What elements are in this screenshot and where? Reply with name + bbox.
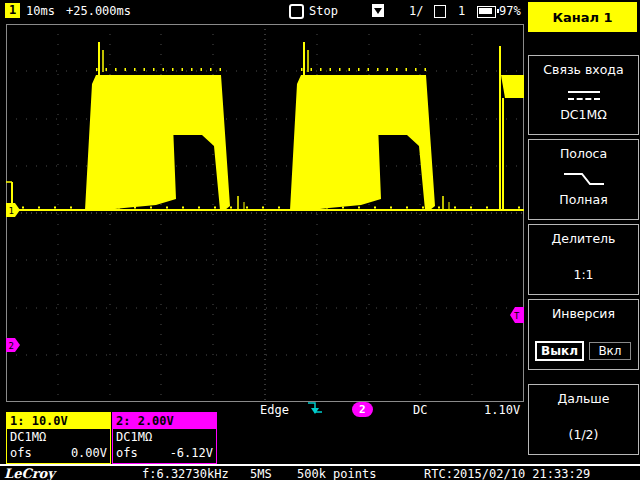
ch2-offset-value: -6.12V [170,445,213,461]
ch1-coupling: DC1MΩ [7,429,110,445]
next-page-value: (1/2) [529,427,638,442]
segment-icon [434,5,446,18]
graticule-axes [6,24,524,402]
ch1-offset-label: ofs [10,445,32,461]
trigger-level: 1.10V [484,403,520,417]
coupling-label: Связь входа [529,62,638,77]
ch2-descriptor[interactable]: 2: 2.00V DC1MΩ ofs -6.12V [112,412,217,464]
menu-item-coupling[interactable]: Связь входа DC1MΩ [528,55,639,135]
brand-logo: LeCroy [4,466,55,480]
sample-rate: 5MS [250,467,272,480]
invert-off-button[interactable]: Выкл [536,342,583,360]
ch2-scale: 2: 2.00V [113,413,216,429]
invert-on-button[interactable]: Вкл [589,342,631,360]
ch2-offset-label: ofs [116,445,138,461]
invert-label: Инверсия [529,306,638,321]
battery-percent: 97% [499,4,521,18]
menu-item-next-page[interactable]: Дальше (1/2) [528,384,639,455]
menu-item-attenuation[interactable]: Делитель 1:1 [528,224,639,295]
memory-depth: 500k points [297,467,376,480]
ch1-scale: 1: 10.0V [7,413,110,429]
trigger-source-badge: 2 [352,402,373,417]
dc-coupling-icon [568,91,600,100]
real-time-clock: RTC:2015/02/10 21:33:29 [424,467,590,480]
trigger-mode: Edge [260,403,289,417]
oscilloscope-screen: 1 10ms +25.000ms Stop 1/ 1 97% [0,0,640,480]
ch1-offset-value: 0.00V [71,445,107,461]
bandwidth-full-icon [529,169,638,192]
trigger-slope-icon [306,400,324,422]
channel-badge: 1 [5,3,20,18]
waveform-svg: 1 2 T [6,24,524,402]
menu-title-channel[interactable]: Канал 1 [528,2,637,32]
next-page-label: Дальше [529,391,638,406]
coupling-value: DC1MΩ [529,107,638,122]
ch1-ground-marker[interactable]: 1 [6,203,20,217]
bandwidth-label: Полоса [529,146,638,161]
ch1-marker-label: 1 [9,206,14,216]
bandwidth-value: Полная [529,192,638,207]
trigger-position-icon [372,4,384,17]
bottom-status-bar: LeCroy f:6.32730kHz 5MS 500k points RTC:… [0,464,640,480]
ch1-descriptor[interactable]: 1: 10.0V DC1MΩ ofs 0.00V [6,412,111,464]
trigger-delay-readout: +25.000ms [66,4,131,18]
ch2-marker-label: 2 [9,341,14,351]
soft-menu: Канал 1 Связь входа DC1MΩ Полоса Полная … [527,0,640,480]
frequency-counter: f:6.32730kHz [142,467,229,480]
trigger-coupling: DC [413,403,427,417]
timebase-readout: 10ms [26,4,55,18]
segment-prefix: 1/ [409,4,423,18]
attenuation-value: 1:1 [529,267,638,282]
ch1-offset: ofs 0.00V [7,445,110,461]
battery-icon [477,6,496,18]
ch2-coupling: DC1MΩ [113,429,216,445]
ch2-ground-marker[interactable]: 2 [6,338,20,352]
ch2-offset: ofs -6.12V [113,445,216,461]
waveform-display: 1 2 T [6,24,524,402]
trigger-marker-label: T [514,311,520,321]
acquisition-stop-icon [289,4,304,19]
top-status-bar: 1 10ms +25.000ms Stop 1/ 1 97% [0,0,527,22]
attenuation-label: Делитель [529,231,638,246]
trigger-level-marker[interactable]: T [510,307,524,323]
segment-count: 1 [458,4,465,18]
acquisition-status: Stop [309,4,338,18]
menu-item-bandwidth[interactable]: Полоса Полная [528,139,639,220]
menu-item-invert[interactable]: Инверсия ВыклВкл [528,299,639,370]
